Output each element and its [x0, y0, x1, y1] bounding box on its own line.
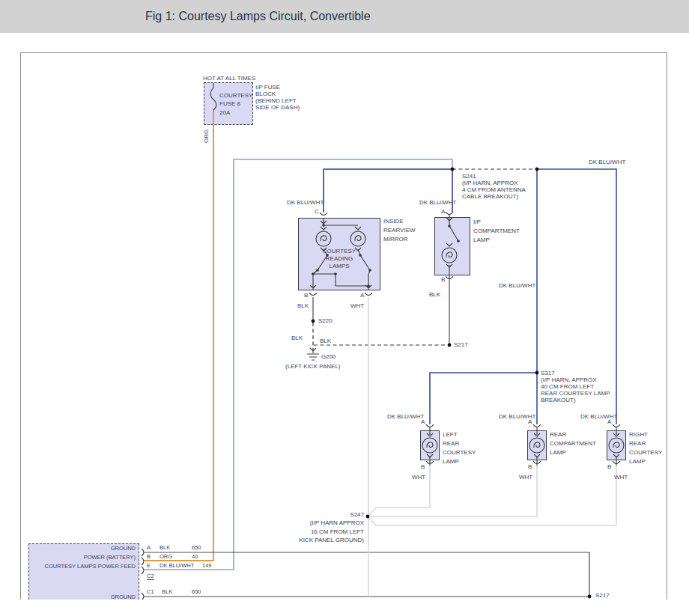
wire-label-s217-blk: BLK [320, 338, 331, 344]
connector-id-c2: C2 [147, 573, 154, 580]
connector-circuit-c1: 650 [192, 588, 201, 595]
splice-label-s220: S220 [318, 317, 333, 324]
connector-circuit-b: 40 [192, 553, 198, 560]
hot-at-all-times-label: HOT AT ALL TIMES [203, 75, 255, 82]
splice-note-s241: S241 (I/P HARN, APPROX 4 CM FROM ANTENNA… [462, 173, 526, 200]
splice-note-s247: S247 (I/P HARN APPROX 16 CM FROM LEFT KI… [252, 510, 364, 545]
clip-cover [0, 600, 689, 616]
lamp3-pin-a: A [607, 418, 611, 425]
splice-note-s317: S317 (I/P HARN, APPROX 40 CM FROM LEFT R… [541, 370, 610, 403]
connector-fn-power: POWER (BATTERY) [23, 554, 136, 561]
wire-label-lamp2-wht: WHT [519, 474, 532, 481]
ground-label-g200: G200 [321, 353, 336, 360]
rear-compartment-lamp-box [527, 430, 547, 460]
connector-wire-e: DK BLU/WHT [160, 562, 194, 569]
wire-label-lamp3-feed: DK BLU/WHT [580, 413, 617, 420]
mirror-pin-c: C [315, 208, 319, 215]
lamp2-name-label: REAR COMPARTMENT LAMP [550, 430, 596, 457]
connector-fn-feed: COURTESY LAMPS POWER FEED [23, 563, 136, 570]
wire-label-mirror-wht: WHT [350, 302, 364, 309]
wire-label-ground-blk: BLK [291, 335, 303, 341]
ground-location-label: (LEFT KICK PANEL) [285, 363, 341, 370]
lamp2-pin-b: B [528, 463, 532, 470]
wire-label-rear-feed-top: DK BLU/WHT [589, 159, 625, 165]
splice-label-s217-bottom: S217 [595, 592, 610, 599]
wire-label-mirror-blk: BLK [297, 302, 309, 309]
wire-label-lamp1-wht: WHT [412, 474, 425, 481]
wiring-diagram-page: Fig 1: Courtesy Lamps Circuit, Convertib… [0, 0, 689, 616]
ip-compartment-lamp-box [434, 217, 470, 275]
ip-lamp-name-label: I/P COMPARTMENT LAMP [473, 218, 520, 245]
splice-label-s217-mid: S217 [454, 341, 468, 348]
wire-label-mirror-feed: DK BLU/WHT [287, 199, 324, 206]
connector-pin-a: A [147, 544, 151, 551]
courtesy-reading-lamps-label: COURTESY READING LAMPS [309, 248, 369, 270]
wire-label-ip-feed: DK BLU/WHT [419, 199, 456, 206]
wire-label-lamp3-wht: WHT [614, 474, 628, 481]
connector-wire-a: BLK [160, 544, 170, 551]
wire-label-rear-feed-mid: DK BLU/WHT [499, 282, 535, 289]
wire-label-org: ORG [203, 129, 210, 143]
connector-pin-e: E [147, 562, 151, 569]
wire-label-lamp1-feed: DK BLU/WHT [387, 413, 424, 420]
connector-wire-b: ORG [160, 553, 172, 560]
lamp1-name-label: LEFT REAR COURTESY LAMP [443, 430, 476, 466]
lamp2-pin-a: A [528, 418, 532, 425]
fuse-name-label: COURTESY FUSE 8 20A [219, 91, 252, 117]
mirror-name-label: INSIDE REARVIEW MIRROR [383, 217, 416, 244]
lamp3-pin-b: B [607, 463, 611, 470]
ip-lamp-pin-a: A [441, 208, 445, 215]
fuse-location-label: I/P FUSE BLOCK (BEHIND LEFT SIDE OF DASH… [255, 84, 300, 111]
connector-wire-c1: BLK [162, 588, 172, 595]
lamp1-pin-b: B [421, 463, 425, 470]
lamp1-pin-a: A [421, 418, 425, 425]
ip-lamp-pin-b: B [441, 276, 445, 283]
left-rear-courtesy-lamp-box [420, 430, 440, 460]
connector-pin-c1: C1 [147, 588, 154, 595]
wire-label-ip-blk: BLK [429, 291, 440, 298]
mirror-pin-b: B [304, 292, 308, 299]
header-bar: Fig 1: Courtesy Lamps Circuit, Convertib… [0, 0, 689, 33]
right-rear-courtesy-lamp-box [607, 430, 626, 460]
connector-circuit-a: 650 [192, 544, 201, 551]
connector-pin-b: B [147, 553, 151, 560]
page-title: Fig 1: Courtesy Lamps Circuit, Convertib… [145, 10, 371, 23]
lamp3-name-label: RIGHT REAR COURTESY LAMP [629, 430, 662, 466]
connector-circuit-e: 149 [202, 562, 212, 569]
connector-fn-ground: GROUND [23, 545, 136, 552]
mirror-pin-a: A [360, 292, 364, 299]
